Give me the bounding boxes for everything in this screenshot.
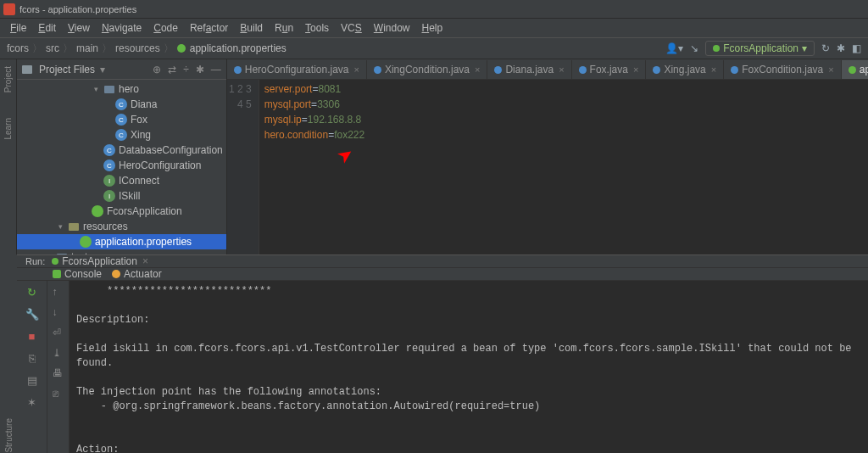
project-tool-button[interactable]: Project (3, 66, 13, 92)
file-icon (234, 66, 242, 74)
tree-node-hero[interactable]: ▾hero (17, 81, 226, 97)
pin-icon[interactable]: ✶ (25, 396, 39, 410)
tree-node-fox[interactable]: CFox (17, 112, 226, 127)
rerun-icon[interactable]: ↻ (25, 286, 39, 299)
resources-folder-icon (68, 221, 80, 232)
hammer-icon[interactable]: ↘ (690, 42, 698, 54)
scroll-icon[interactable]: ⤓ (53, 347, 64, 359)
breadcrumb-item[interactable]: resources (115, 42, 160, 54)
menu-run[interactable]: Run (270, 20, 298, 36)
tree-node-label: application.properties (95, 236, 192, 248)
breadcrumb-separator: 〉 (102, 42, 112, 56)
learn-tool-button[interactable]: Learn (3, 118, 13, 140)
run-app-tab[interactable]: FcorsApplication × (52, 255, 148, 267)
breadcrumb-item[interactable]: application.properties (190, 42, 287, 54)
menubar: FileEditViewNavigateCodeRefactorBuildRun… (0, 19, 868, 37)
menu-view[interactable]: View (63, 20, 95, 36)
run-panel: Run: FcorsApplication × Console Actuator… (17, 254, 868, 453)
breadcrumb-separator: 〉 (32, 42, 42, 56)
run-icon[interactable]: ↻ (821, 42, 830, 54)
editor-tab-fox-java[interactable]: Fox.java× (572, 60, 647, 79)
hide-icon[interactable]: — (211, 64, 221, 76)
code-area[interactable]: server.port=8081 mysql.port=3306 mysql.i… (259, 80, 364, 254)
tree-node-xing[interactable]: CXing (17, 127, 226, 143)
stop-icon[interactable]: ■ (25, 330, 39, 344)
editor-tab-xing-java[interactable]: Xing.java× (646, 60, 724, 79)
editor-tab-heroconfiguration-java[interactable]: HeroConfiguration.java× (227, 60, 367, 79)
console-output[interactable]: *************************** Description:… (70, 281, 868, 453)
run-toolbar-left: ↻ 🔧 ■ ⎘ ▤ ✶ (17, 281, 47, 453)
breadcrumb-item[interactable]: main (76, 42, 98, 54)
close-icon[interactable]: × (475, 64, 480, 75)
breadcrumb-item[interactable]: fcors (7, 42, 29, 54)
menu-tools[interactable]: Tools (300, 20, 334, 36)
menu-build[interactable]: Build (235, 20, 268, 36)
menu-refactor[interactable]: Refactor (185, 20, 233, 36)
print-icon[interactable]: 🖶 (53, 367, 64, 379)
tree-node-heroconfiguration[interactable]: CHeroConfiguration (17, 158, 226, 173)
debug-icon[interactable]: ✱ (837, 42, 845, 54)
left-tool-strip-bottom: Structure (0, 377, 17, 453)
menu-help[interactable]: Help (416, 20, 448, 36)
user-icon[interactable]: 👤▾ (665, 42, 683, 54)
menu-code[interactable]: Code (148, 20, 183, 36)
app-icon (3, 3, 15, 15)
breadcrumb[interactable]: fcors〉src〉main〉resources〉application.pro… (7, 42, 287, 56)
layout-icon[interactable]: ▤ (25, 374, 39, 388)
close-icon[interactable]: × (828, 64, 833, 75)
target-icon[interactable]: ⊕ (153, 64, 161, 76)
tree-node-label: Diana (131, 98, 157, 110)
dump-icon[interactable]: ⎘ (25, 352, 39, 366)
menu-vcs[interactable]: VCS (336, 20, 367, 36)
editor-body[interactable]: 1 2 3 4 5 server.port=8081 mysql.port=33… (227, 80, 868, 254)
close-icon[interactable]: × (354, 64, 359, 75)
chevron-down-icon[interactable]: ▾ (100, 64, 105, 76)
tree-node-application-properties[interactable]: application.properties (17, 234, 226, 249)
run-config-selector[interactable]: FcorsApplication ▾ (705, 41, 815, 56)
run-body: ↻ 🔧 ■ ⎘ ▤ ✶ ↑ ↓ ⏎ ⤓ 🖶 ⎚ ****************… (17, 281, 868, 453)
clear-icon[interactable]: ⎚ (53, 388, 64, 400)
console-tab[interactable]: Console (53, 268, 102, 280)
wrench-icon[interactable]: 🔧 (25, 308, 39, 322)
menu-navigate[interactable]: Navigate (97, 20, 147, 36)
tab-label: Diana.java (505, 64, 554, 76)
class-c-icon: C (103, 159, 115, 171)
editor-tab-diana-java[interactable]: Diana.java× (487, 60, 571, 79)
tree-node-resources[interactable]: ▾resources (17, 219, 226, 234)
up-icon[interactable]: ↑ (53, 286, 64, 298)
menu-edit[interactable]: Edit (33, 20, 61, 36)
stop-icon[interactable]: ◧ (852, 42, 861, 54)
editor-tab-application-properties[interactable]: application.properties× (842, 60, 868, 79)
tree-node-fcorsapplication[interactable]: FcorsApplication (17, 204, 226, 219)
caret-icon[interactable]: ▾ (92, 85, 100, 93)
close-icon[interactable]: × (559, 64, 564, 75)
file-icon (374, 66, 381, 74)
gear-icon[interactable]: ✱ (196, 64, 204, 76)
tree-node-iskill[interactable]: IISkill (17, 188, 226, 204)
structure-tool-button[interactable]: Structure (4, 410, 14, 453)
tree-node-iconnect[interactable]: IIConnect (17, 173, 226, 188)
collapse-icon[interactable]: ÷ (183, 64, 189, 76)
expand-icon[interactable]: ⇄ (168, 64, 176, 76)
actuator-tab[interactable]: Actuator (112, 268, 162, 280)
editor-tab-xingcondition-java[interactable]: XingCondition.java× (367, 60, 488, 79)
close-icon[interactable]: × (711, 64, 716, 75)
project-mode-selector[interactable]: Project Files (39, 64, 95, 76)
class-c-icon: C (115, 129, 127, 141)
close-icon[interactable]: × (142, 255, 148, 267)
tree-node-databaseconfiguration[interactable]: CDatabaseConfiguration (17, 143, 226, 158)
editor-tab-foxcondition-java[interactable]: FoxCondition.java× (724, 60, 842, 79)
menu-file[interactable]: File (5, 20, 31, 36)
tree-node-label: IConnect (119, 175, 159, 187)
breadcrumb-item[interactable]: src (46, 42, 59, 54)
down-icon[interactable]: ↓ (53, 306, 64, 318)
workspace: Project Files ▾ ⊕ ⇄ ÷ ✱ — ▾heroCDianaCFo… (17, 59, 868, 254)
close-icon[interactable]: × (633, 64, 638, 75)
menu-window[interactable]: Window (369, 20, 415, 36)
file-icon (579, 66, 587, 74)
caret-icon[interactable]: ▾ (56, 222, 64, 231)
project-tree[interactable]: ▾heroCDianaCFoxCXingCDatabaseConfigurati… (17, 80, 226, 254)
tree-node-diana[interactable]: CDiana (17, 97, 226, 112)
wrap-icon[interactable]: ⏎ (53, 327, 64, 338)
tab-label: Fox.java (590, 64, 628, 76)
